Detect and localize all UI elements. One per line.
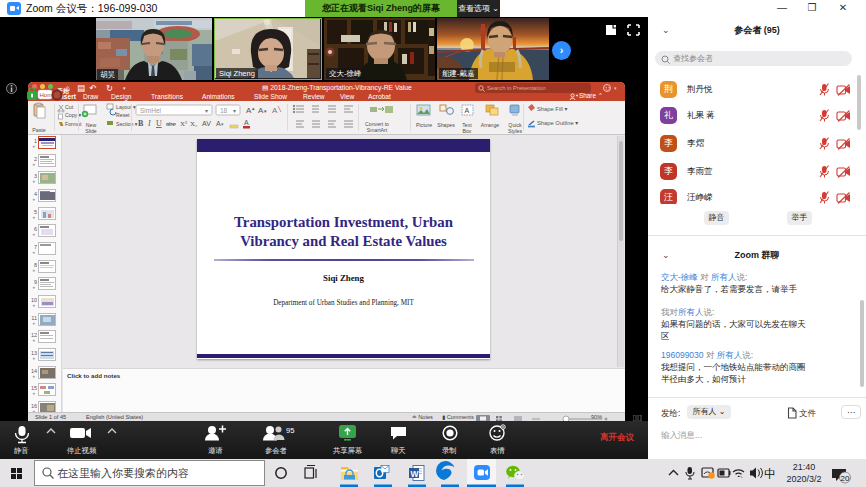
svg-text:▾: ▾ (221, 121, 224, 127)
svg-text:U: U (156, 119, 162, 128)
svg-text:X₂: X₂ (190, 120, 198, 128)
svg-text:A: A (244, 119, 249, 126)
svg-text:中: 中 (764, 467, 776, 481)
svg-text:I: I (147, 119, 151, 128)
svg-text:Hom: Hom (40, 92, 53, 98)
svg-text:AV: AV (202, 120, 211, 127)
svg-text:X²: X² (180, 120, 187, 128)
svg-text:18: 18 (220, 107, 228, 114)
svg-text:A: A (272, 106, 278, 115)
svg-text:95: 95 (286, 426, 294, 435)
svg-text:▾: ▾ (264, 108, 267, 114)
svg-text:▴: ▴ (252, 105, 255, 111)
svg-text:Shape Fill ▾: Shape Fill ▾ (537, 106, 567, 112)
svg-text:W: W (411, 469, 420, 479)
svg-text:A: A (465, 107, 470, 114)
svg-text:abe: abe (166, 120, 176, 128)
svg-text:Shape Outline ▾: Shape Outline ▾ (537, 120, 578, 126)
svg-text:SimHei: SimHei (140, 107, 161, 114)
svg-text:20: 20 (841, 474, 850, 483)
svg-text:▾: ▾ (233, 108, 236, 114)
svg-text:B: B (138, 119, 144, 128)
svg-text:▾: ▾ (205, 108, 208, 114)
